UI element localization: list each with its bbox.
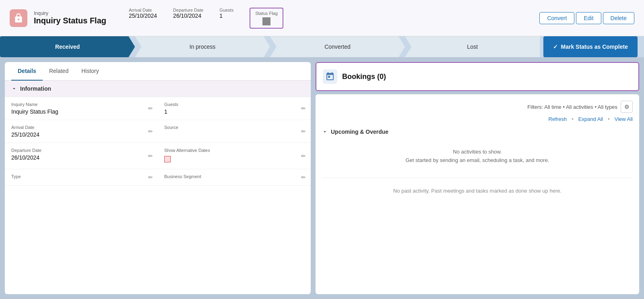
status-step-converted[interactable]: Converted xyxy=(270,36,405,57)
show-alt-dates-edit-icon[interactable]: ✏ xyxy=(301,153,306,159)
departure-date-field-value: 26/10/2024 xyxy=(11,154,151,161)
activity-panel: Filters: All time • All activities • All… xyxy=(316,94,639,294)
app-icon xyxy=(10,9,27,27)
arrival-date-edit-icon[interactable]: ✏ xyxy=(148,128,153,135)
guests-field-label: Guests xyxy=(164,102,304,107)
information-label: Information xyxy=(20,85,51,92)
header-info: Arrival Date 25/10/2024 Departure Date 2… xyxy=(129,8,283,29)
departure-date-value: 26/10/2024 xyxy=(173,12,203,19)
bookings-title: Bookings (0) xyxy=(342,73,386,81)
business-segment-edit-icon[interactable]: ✏ xyxy=(301,174,306,181)
departure-date-field: Departure Date 26/10/2024 ✏ xyxy=(5,143,158,169)
tab-history[interactable]: History xyxy=(75,62,105,81)
upcoming-chevron-icon xyxy=(322,129,328,135)
status-step-inprocess[interactable]: In process xyxy=(135,36,270,57)
past-activity-text: No past activity. Past meetings and task… xyxy=(322,185,633,197)
guests-edit-icon[interactable]: ✏ xyxy=(301,105,306,112)
type-label: Type xyxy=(11,174,151,179)
arrival-date-value: 25/10/2024 xyxy=(129,12,157,19)
arrival-date-field-label: Arrival Date xyxy=(11,125,151,130)
chevron-down-icon xyxy=(11,86,17,91)
source-field: Source ✏ xyxy=(158,120,311,143)
guests-field: Guests 1 ✏ xyxy=(158,97,311,120)
no-activities-line1: No activities to show. xyxy=(322,148,633,156)
arrival-date-field: Arrival Date 25/10/2024 ✏ xyxy=(5,120,158,143)
show-alt-dates-field: Show Alternative Dates ✏ xyxy=(158,143,311,169)
view-all-link[interactable]: View All xyxy=(615,116,633,122)
business-segment-label: Business Segment xyxy=(164,174,304,179)
header-actions: Convert Edit Delete xyxy=(539,12,634,24)
status-flag-color xyxy=(262,17,270,25)
source-label: Source xyxy=(164,125,304,130)
type-field: Type ✏ xyxy=(5,169,158,186)
departure-date-edit-icon[interactable]: ✏ xyxy=(148,153,153,159)
status-flag-box: Status Flag xyxy=(250,8,283,29)
bookings-icon xyxy=(323,69,337,84)
type-edit-icon[interactable]: ✏ xyxy=(148,174,153,181)
status-bar: Received In process Converted Lost ✓ Mar… xyxy=(0,36,644,57)
main-content: Details Related History Information Inqu… xyxy=(0,57,644,299)
form-grid: Inquiry Name Inquiry Status Flag ✏ Guest… xyxy=(5,97,311,186)
refresh-link[interactable]: Refresh xyxy=(549,116,567,122)
tabs-bar: Details Related History xyxy=(5,62,311,81)
bookings-box[interactable]: Bookings (0) xyxy=(316,62,639,91)
inquiry-name-edit-icon[interactable]: ✏ xyxy=(148,105,153,112)
upcoming-header[interactable]: Upcoming & Overdue xyxy=(322,129,633,135)
guests-label: Guests xyxy=(219,8,233,12)
mark-complete-label: Mark Status as Complete xyxy=(561,44,628,50)
status-steps: Received In process Converted Lost xyxy=(0,36,540,57)
delete-button[interactable]: Delete xyxy=(603,12,634,24)
expand-all-link[interactable]: Expand All xyxy=(578,116,603,122)
business-segment-field: Business Segment ✏ xyxy=(158,169,311,186)
no-activities-message: No activities to show. Get started by se… xyxy=(322,141,633,171)
inquiry-name-value: Inquiry Status Flag xyxy=(11,108,151,115)
no-activities-line2: Get started by sending an email, schedul… xyxy=(322,156,633,165)
tab-details[interactable]: Details xyxy=(11,62,43,81)
activity-filters: Filters: All time • All activities • All… xyxy=(322,101,633,113)
departure-date-label: Departure Date xyxy=(173,8,203,12)
information-section-header[interactable]: Information xyxy=(5,81,311,97)
separator-2: • xyxy=(608,116,610,122)
status-flag-label: Status Flag xyxy=(255,11,278,16)
guests-value: 1 xyxy=(219,12,233,19)
top-header: Inquiry Inquiry Status Flag Arrival Date… xyxy=(0,0,644,36)
upcoming-label: Upcoming & Overdue xyxy=(331,129,388,135)
right-panel: Bookings (0) Filters: All time • All act… xyxy=(316,62,639,294)
header-title-group: Inquiry Inquiry Status Flag xyxy=(34,10,106,25)
source-edit-icon[interactable]: ✏ xyxy=(301,128,306,135)
inquiry-name-field: Inquiry Name Inquiry Status Flag ✏ xyxy=(5,97,158,120)
checkmark-icon: ✓ xyxy=(553,44,558,50)
inquiry-name-label: Inquiry Name xyxy=(11,102,151,107)
show-alt-dates-checkbox[interactable] xyxy=(164,156,171,162)
activity-divider xyxy=(322,178,633,178)
status-step-lost[interactable]: Lost xyxy=(405,36,540,57)
edit-button[interactable]: Edit xyxy=(576,12,601,24)
app-label: Inquiry xyxy=(34,10,106,16)
show-alt-dates-label: Show Alternative Dates xyxy=(164,148,304,153)
tab-related[interactable]: Related xyxy=(43,62,75,81)
arrival-date-item: Arrival Date 25/10/2024 xyxy=(129,8,157,29)
separator-1: • xyxy=(572,116,574,122)
convert-button[interactable]: Convert xyxy=(539,12,574,24)
status-step-received[interactable]: Received xyxy=(0,36,135,57)
departure-date-field-label: Departure Date xyxy=(11,148,151,153)
arrival-date-field-value: 25/10/2024 xyxy=(11,131,151,138)
page-title: Inquiry Status Flag xyxy=(34,16,106,25)
arrival-date-label: Arrival Date xyxy=(129,8,157,12)
guests-field-value: 1 xyxy=(164,108,304,115)
guests-item: Guests 1 xyxy=(219,8,233,29)
left-panel: Details Related History Information Inqu… xyxy=(5,62,311,294)
settings-button[interactable]: ⚙ xyxy=(621,101,633,113)
header-left: Inquiry Inquiry Status Flag Arrival Date… xyxy=(10,8,283,29)
activity-links: Refresh • Expand All • View All xyxy=(322,116,633,122)
filter-text: Filters: All time • All activities • All… xyxy=(527,104,617,110)
mark-complete-button[interactable]: ✓ Mark Status as Complete xyxy=(543,36,638,57)
departure-date-item: Departure Date 26/10/2024 xyxy=(173,8,203,29)
